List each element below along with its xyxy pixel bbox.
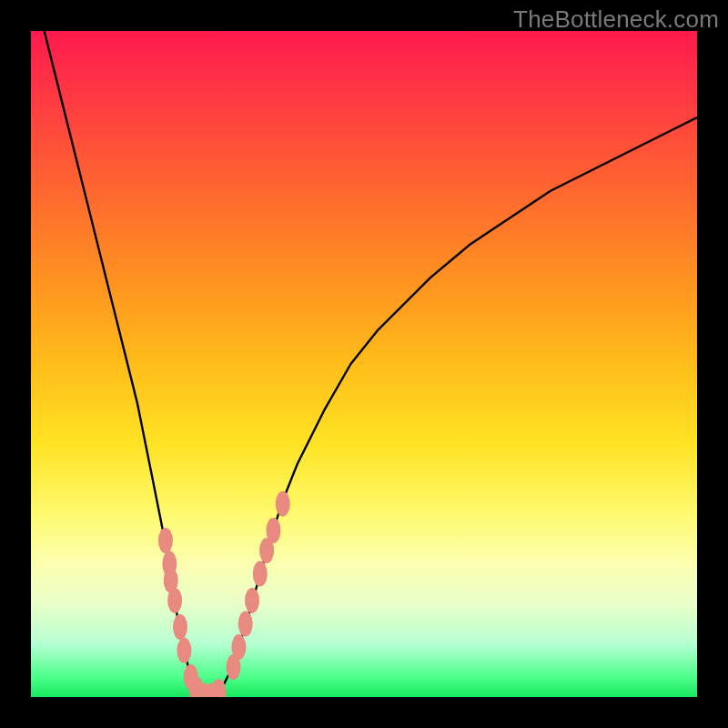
chart-frame: TheBottleneck.com xyxy=(0,0,728,728)
plot-area xyxy=(31,31,697,697)
curve-path xyxy=(31,31,697,697)
marker-left xyxy=(173,614,187,640)
marker-right xyxy=(231,634,246,660)
marker-left xyxy=(158,528,173,553)
bottleneck-chart xyxy=(31,31,697,697)
watermark-text: TheBottleneck.com xyxy=(513,5,719,34)
marker-right xyxy=(245,588,259,613)
marker-right xyxy=(253,561,268,587)
marker-right xyxy=(266,518,280,543)
marker-right xyxy=(238,612,253,637)
marker-left xyxy=(177,638,191,663)
marker-left xyxy=(167,588,182,613)
marker-right xyxy=(276,491,290,517)
marker-left xyxy=(211,679,226,697)
